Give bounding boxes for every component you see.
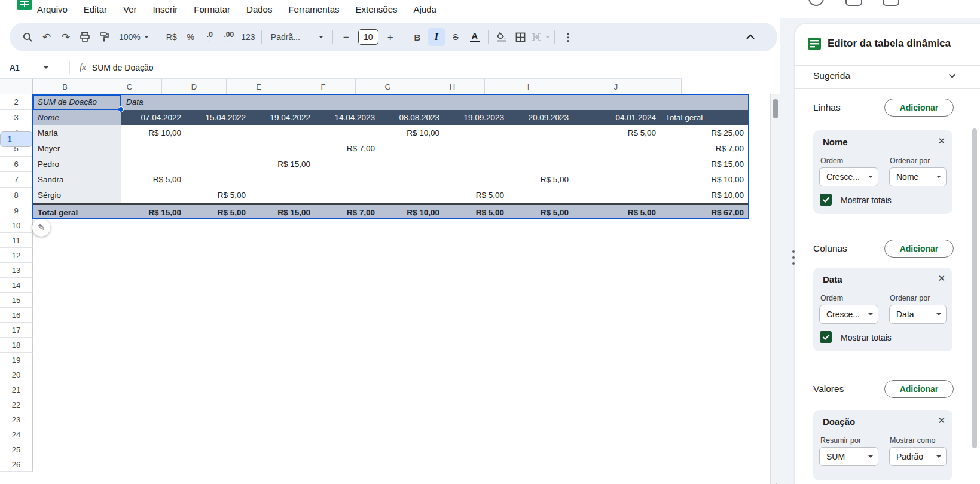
add-values-button[interactable]: Adicionar [884,380,954,398]
cell[interactable]: Pedro [33,157,121,172]
cell[interactable]: R$ 5,00 [573,125,661,141]
cell[interactable]: 07.04.2022 [121,110,186,125]
row-header-3[interactable]: 3 [0,110,33,125]
cell[interactable]: R$ 15,00 [251,157,315,172]
row-header-7[interactable]: 7 [0,172,33,188]
cell[interactable]: R$ 10,00 [380,203,444,219]
scroll-up-button[interactable] [771,480,781,484]
cell[interactable] [509,157,573,172]
cell[interactable] [315,157,380,172]
row-header-15[interactable]: 15 [0,293,33,308]
row-header-6[interactable]: 6 [0,157,33,172]
row-header-18[interactable]: 18 [0,338,33,353]
row-header-21[interactable]: 21 [0,382,33,397]
cell[interactable]: Meyer [33,141,121,157]
cell[interactable]: R$ 5,00 [444,203,509,219]
menu-item-dados[interactable]: Dados [246,4,272,14]
cell[interactable] [380,94,444,110]
cell[interactable]: Total geral [33,203,121,219]
borders-button[interactable] [512,28,530,46]
row-header-1[interactable]: 1 [0,131,33,147]
cell[interactable] [251,188,315,203]
sort-by-select[interactable]: Data [889,305,947,324]
menu-item-arquivo[interactable]: Arquivo [37,4,68,14]
row-header-22[interactable]: 22 [0,397,33,412]
undo-icon[interactable]: ↶ [38,28,56,46]
cell[interactable] [186,125,251,141]
share-icon[interactable] [883,0,899,6]
row-header-2[interactable]: 2 [0,94,33,110]
redo-icon[interactable]: ↷ [57,28,75,46]
column-header-G[interactable]: G [356,79,420,95]
cell[interactable] [121,157,186,172]
cell[interactable] [509,125,573,141]
order-select[interactable]: Cresce... [819,167,878,186]
cell[interactable]: Sérgio [33,188,121,203]
menu-item-formatar[interactable]: Formatar [194,4,230,14]
cell[interactable]: 19.09.2023 [444,110,509,125]
cell[interactable] [121,188,186,203]
font-family-select[interactable]: Padrã... [266,28,328,46]
menu-item-ver[interactable]: Ver [123,4,137,14]
cell[interactable]: R$ 15,00 [251,203,315,219]
search-icon[interactable] [19,28,36,46]
cell[interactable]: R$ 5,00 [186,188,251,203]
cell[interactable] [573,141,661,157]
order-select[interactable]: Cresce... [819,305,878,324]
row-header-14[interactable]: 14 [0,278,33,293]
cell[interactable]: Total geral [661,110,749,125]
cell[interactable]: 14.04.2023 [315,110,380,125]
cell[interactable] [251,172,315,188]
panel-scrollbar-thumb[interactable] [972,128,977,448]
row-header-13[interactable]: 13 [0,263,33,278]
row-header-8[interactable]: 8 [0,188,33,203]
cell[interactable] [380,141,444,157]
cell[interactable] [251,125,315,141]
menu-item-ferramentas[interactable]: Ferramentas [288,4,339,14]
cell[interactable] [186,172,251,188]
cell[interactable] [315,172,380,188]
summarize-by-select[interactable]: SUM [819,447,878,466]
add-columns-button[interactable]: Adicionar [884,240,954,258]
fill-color-button[interactable] [493,28,511,46]
cell[interactable]: R$ 10,00 [121,125,186,141]
cell[interactable]: R$ 7,00 [315,141,380,157]
column-header-F[interactable]: F [291,79,356,95]
cell[interactable] [509,94,573,110]
cell[interactable]: R$ 5,00 [121,172,186,188]
cell[interactable]: 19.04.2022 [251,110,315,125]
cell[interactable]: R$ 5,00 [444,188,509,203]
show-totals-checkbox[interactable] [820,331,832,343]
row-header-20[interactable]: 20 [0,367,33,382]
cell[interactable]: R$ 5,00 [186,203,251,219]
sheets-logo-icon[interactable] [17,0,32,10]
vertical-scrollbar[interactable] [770,94,780,484]
name-box[interactable]: A1 [0,63,67,72]
paint-format-icon[interactable] [95,28,113,46]
decrease-font-size-button[interactable]: − [337,28,355,46]
increase-decimal-button[interactable]: .00→ [220,28,238,46]
comment-icon[interactable] [845,0,862,6]
format-currency-button[interactable]: R$ [163,28,181,46]
cell[interactable]: R$ 15,00 [661,157,749,172]
show-totals-checkbox[interactable] [820,194,832,206]
cell[interactable] [661,94,749,110]
column-header-C[interactable]: C [97,79,162,95]
cell[interactable]: R$ 15,00 [121,203,186,219]
cell[interactable] [186,94,251,110]
cell[interactable] [186,141,251,157]
formula-input[interactable]: SUM de Doação [92,63,154,72]
cell[interactable] [444,141,509,157]
close-icon[interactable]: ✕ [938,415,945,426]
zoom-select[interactable]: 100% [114,28,154,46]
italic-button[interactable]: I [428,28,445,46]
cell[interactable] [444,172,509,188]
print-icon[interactable] [76,28,94,46]
edit-pivot-button[interactable]: ✎ [32,219,50,237]
bold-button[interactable]: B [408,28,426,46]
cell[interactable]: R$ 10,00 [380,125,444,141]
row-header-17[interactable]: 17 [0,323,33,338]
scrollbar-thumb[interactable] [773,99,778,118]
menu-item-extensões[interactable]: Extensões [355,4,397,14]
column-header-B[interactable]: B [33,79,97,95]
